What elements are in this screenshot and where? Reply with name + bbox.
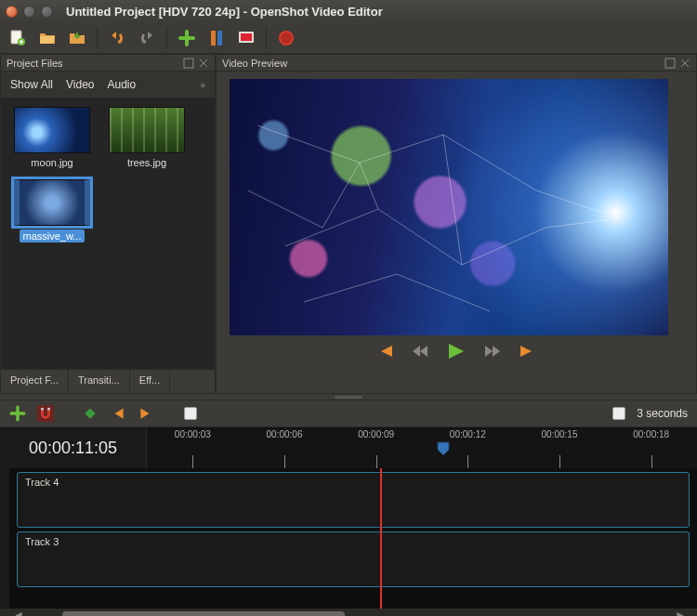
jump-end-button[interactable] [519,344,537,359]
window-title: Untitled Project [HDV 720 24p] - OpenSho… [66,5,383,19]
undo-icon [108,29,126,47]
fullscreen-icon [237,29,256,47]
preview-content [230,79,668,335]
tracks-area[interactable]: Track 4 Track 3 [9,468,697,609]
add-icon [178,29,196,47]
svg-rect-25 [47,408,50,411]
import-files-button[interactable] [177,28,197,48]
open-project-button[interactable] [37,28,58,48]
titlebar: Untitled Project [HDV 720 24p] - OpenSho… [0,0,697,22]
filter-more-icon[interactable]: » [200,80,205,90]
scrollbar-thumb[interactable] [62,611,344,616]
playhead-line [380,468,382,609]
timeline-toolbar: 3 seconds [0,400,697,427]
timeline-scrollbar[interactable]: ◄ ► [0,609,697,616]
prev-marker-icon [110,405,126,422]
svg-line-14 [285,209,378,246]
window-minimize-button[interactable] [23,6,35,18]
preview-area [217,72,696,393]
tab-transitions[interactable]: Transiti... [69,370,130,393]
playhead-marker[interactable] [436,440,451,457]
svg-line-21 [248,190,322,228]
svg-line-10 [257,125,360,163]
add-marker-button[interactable] [82,405,99,422]
detach-icon[interactable] [664,58,676,69]
svg-line-12 [443,135,536,190]
ruler-tick-label: 00:00:03 [175,429,211,439]
play-button[interactable] [446,342,467,360]
timeline-ruler-row: 00:00:11:05 00:00:0300:00:0600:00:0900:0… [0,427,697,468]
svg-line-13 [536,190,620,218]
ruler-tick [376,455,377,468]
zoom-label: 3 seconds [637,407,688,420]
timeline-tracks: Track 4 Track 3 [0,468,697,609]
close-panel-icon[interactable] [679,58,690,69]
window-maximize-button[interactable] [41,6,53,18]
window-close-button[interactable] [6,6,18,18]
snap-button[interactable] [37,405,54,422]
save-project-button[interactable] [67,28,87,48]
undo-button[interactable] [107,28,127,48]
marker-add-icon [82,405,99,422]
tab-project-files[interactable]: Project F... [1,370,69,393]
svg-line-17 [360,163,378,209]
track-label: Track 4 [25,477,59,488]
toolbar-separator [166,27,167,49]
playback-controls [230,335,683,367]
zoom-tool-button[interactable] [612,407,625,420]
file-item-massive[interactable]: massive_w... [10,179,94,242]
options-button[interactable] [184,407,197,420]
scroll-left-icon[interactable]: ◄ [13,609,22,616]
filter-audio[interactable]: Audio [108,78,137,91]
project-files-list[interactable]: moon.jpg trees.jpg massive_w... [1,98,215,369]
file-thumb [14,179,90,226]
filter-show-all[interactable]: Show All [10,78,53,91]
detach-icon[interactable] [183,58,194,69]
bottom-tabs: Project F... Transiti... Eff... [1,369,215,393]
magnet-icon [39,407,52,420]
redo-button[interactable] [137,28,157,48]
new-project-button[interactable] [7,28,28,48]
next-marker-button[interactable] [138,405,154,422]
profile-button[interactable] [206,28,227,48]
jump-start-button[interactable] [375,344,394,359]
svg-rect-8 [184,59,193,68]
forward-button[interactable] [483,344,502,359]
new-project-icon [8,29,27,47]
filter-video[interactable]: Video [66,78,94,91]
save-project-icon [68,29,86,47]
toolbar-separator [266,27,267,49]
project-files-header: Project Files [1,55,215,72]
video-frame[interactable] [230,79,668,335]
prev-marker-button[interactable] [110,405,126,422]
svg-rect-24 [41,408,44,411]
video-preview-header: Video Preview [217,55,696,72]
open-project-icon [38,29,57,47]
close-panel-icon[interactable] [198,58,209,69]
track-label: Track 3 [25,536,59,547]
file-label: moon.jpg [31,157,72,168]
scroll-right-icon[interactable]: ► [675,609,684,616]
svg-line-16 [462,228,546,265]
ruler-tick [559,455,560,468]
tab-effects[interactable]: Eff... [130,370,170,393]
svg-line-19 [304,274,397,302]
svg-line-15 [378,209,462,265]
profile-icon [207,29,226,47]
file-item-trees[interactable]: trees.jpg [105,107,189,168]
fullscreen-button[interactable] [236,28,256,48]
add-track-button[interactable] [9,405,26,422]
file-thumb [14,107,90,153]
track-4[interactable]: Track 4 [17,472,690,528]
export-button[interactable] [276,28,296,48]
project-files-title: Project Files [7,58,63,69]
rewind-button[interactable] [411,344,429,359]
playhead-time: 00:00:11:05 [0,427,147,468]
file-item-moon[interactable]: moon.jpg [10,107,94,168]
video-preview-panel: Video Preview [216,54,697,394]
ruler-tick [284,455,285,468]
svg-line-20 [397,274,490,311]
track-3[interactable]: Track 3 [17,531,690,587]
file-thumb [109,107,185,153]
timeline-ruler[interactable]: 00:00:0300:00:0600:00:0900:00:1200:00:15… [147,427,697,468]
